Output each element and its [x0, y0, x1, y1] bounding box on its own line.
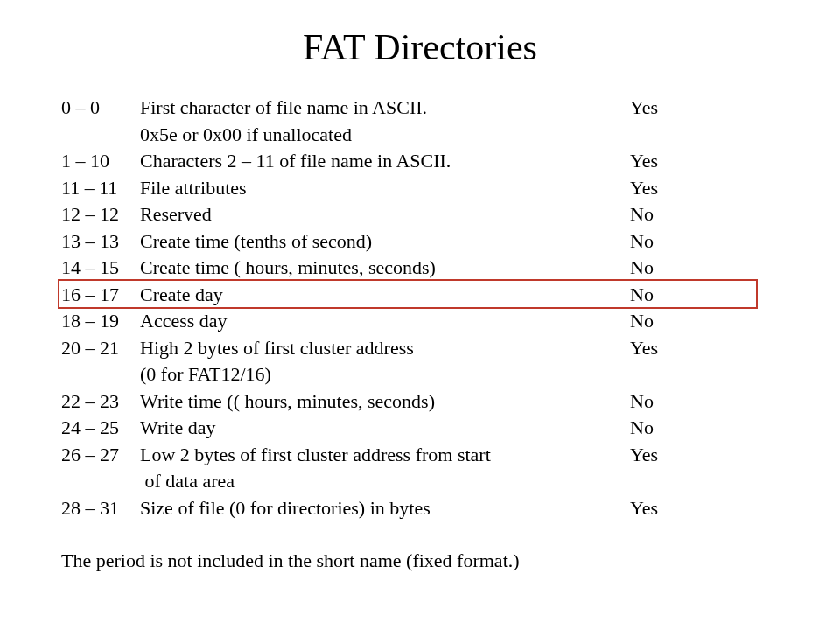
essential-flag: Yes	[630, 94, 682, 122]
byte-range: 0 – 0	[61, 94, 140, 122]
slide-title: FAT Directories	[0, 26, 840, 68]
byte-range: 20 – 21	[61, 335, 140, 362]
table-row: 0 – 0First character of file name in ASC…	[61, 94, 779, 122]
description: File attributes	[140, 175, 630, 202]
table-row: 12 – 12ReservedNo	[61, 201, 779, 228]
table-row: 18 – 19Access dayNo	[61, 308, 779, 335]
description: Access day	[140, 308, 630, 335]
description: Characters 2 – 11 of file name in ASCII.	[140, 148, 630, 175]
table-row: of data area	[61, 468, 779, 495]
essential-flag: No	[630, 282, 682, 309]
essential-flag: No	[630, 255, 682, 282]
table-row: 26 – 27Low 2 bytes of first cluster addr…	[61, 442, 779, 469]
description: 0x5e or 0x00 if unallocated	[140, 122, 630, 149]
slide-body: 0 – 0First character of file name in ASC…	[61, 94, 779, 575]
essential-flag: Yes	[630, 175, 682, 202]
footnote: The period is not included in the short …	[61, 548, 779, 575]
table-row: (0 for FAT12/16)	[61, 361, 779, 388]
table-row: 11 – 11File attributesYes	[61, 175, 779, 202]
table-row: 13 – 13Create time (tenths of second)No	[61, 228, 779, 256]
description: Create time (tenths of second)	[140, 228, 630, 256]
description: Low 2 bytes of first cluster address fro…	[140, 442, 630, 469]
byte-range: 16 – 17	[61, 282, 140, 309]
table-row: 14 – 15Create time ( hours, minutes, sec…	[61, 255, 779, 282]
directory-entry-table: 0 – 0First character of file name in ASC…	[61, 94, 779, 522]
essential-flag: Yes	[630, 335, 682, 362]
table-row: 28 – 31Size of file (0 for directories) …	[61, 495, 779, 522]
byte-range: 28 – 31	[61, 495, 140, 522]
table-row: 20 – 21High 2 bytes of first cluster add…	[61, 335, 779, 362]
byte-range: 11 – 11	[61, 175, 140, 202]
description: Size of file (0 for directories) in byte…	[140, 495, 630, 522]
description: Write time (( hours, minutes, seconds)	[140, 388, 630, 416]
description: Write day	[140, 415, 630, 442]
description: Create day	[140, 282, 630, 309]
byte-range: 26 – 27	[61, 442, 140, 469]
byte-range: 12 – 12	[61, 201, 140, 228]
description: Create time ( hours, minutes, seconds)	[140, 255, 630, 282]
essential-flag: Yes	[630, 148, 682, 175]
essential-flag: Yes	[630, 495, 682, 522]
description: High 2 bytes of first cluster address	[140, 335, 630, 362]
description: Reserved	[140, 201, 630, 228]
essential-flag: No	[630, 228, 682, 256]
table-row: 24 – 25Write dayNo	[61, 415, 779, 442]
essential-flag: No	[630, 308, 682, 335]
byte-range: 22 – 23	[61, 388, 140, 416]
essential-flag: No	[630, 388, 682, 416]
description: (0 for FAT12/16)	[140, 361, 630, 388]
byte-range: 13 – 13	[61, 228, 140, 256]
table-row: 22 – 23Write time (( hours, minutes, sec…	[61, 388, 779, 416]
essential-flag: No	[630, 201, 682, 228]
description: First character of file name in ASCII.	[140, 94, 630, 122]
byte-range: 1 – 10	[61, 148, 140, 175]
table-row: 16 – 17Create dayNo	[61, 282, 779, 309]
description: of data area	[140, 468, 630, 495]
table-row: 1 – 10Characters 2 – 11 of file name in …	[61, 148, 779, 175]
essential-flag: Yes	[630, 442, 682, 469]
byte-range: 24 – 25	[61, 415, 140, 442]
essential-flag: No	[630, 415, 682, 442]
byte-range: 14 – 15	[61, 255, 140, 282]
slide: FAT Directories 0 – 0First character of …	[0, 0, 840, 630]
byte-range: 18 – 19	[61, 308, 140, 335]
table-row: 0x5e or 0x00 if unallocated	[61, 122, 779, 149]
